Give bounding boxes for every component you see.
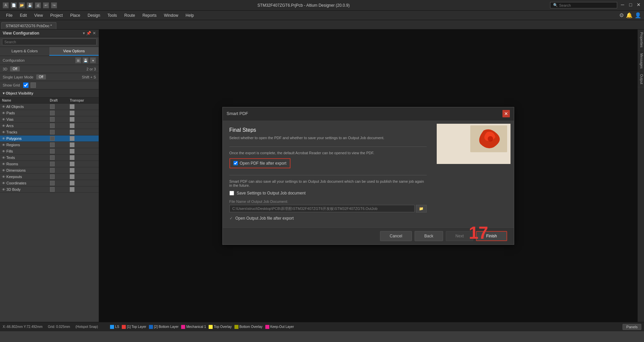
menu-design[interactable]: Design: [84, 12, 103, 19]
table-row[interactable]: 👁 Dimensions: [0, 167, 99, 174]
menu-edit[interactable]: Edit: [16, 12, 30, 19]
table-row[interactable]: 👁 Keepouts: [0, 174, 99, 180]
menu-place[interactable]: Place: [67, 12, 84, 19]
transparency-control[interactable]: [70, 187, 74, 192]
draft-checkbox[interactable]: [50, 155, 55, 160]
panel-pin-btn[interactable]: ▾: [83, 31, 85, 36]
table-row[interactable]: 👁 Regions: [0, 142, 99, 148]
layer-badge[interactable]: Bottom Overlay: [234, 325, 263, 329]
draft-checkbox[interactable]: [50, 142, 55, 147]
draft-checkbox[interactable]: [50, 168, 55, 173]
transparency-control[interactable]: [70, 130, 74, 134]
table-row[interactable]: 👁 Tracks: [0, 129, 99, 135]
properties-panel-label[interactable]: Properties: [638, 30, 644, 51]
settings-icon[interactable]: ⚙: [619, 12, 624, 18]
finish-btn[interactable]: Finish: [476, 231, 507, 241]
open-pdf-checkbox[interactable]: [233, 161, 238, 165]
draft-checkbox[interactable]: [50, 111, 55, 115]
output-panel-label[interactable]: Output: [638, 71, 644, 87]
notifications-icon[interactable]: 🔔: [626, 12, 633, 18]
layer-badge[interactable]: LS: [110, 325, 119, 329]
modal-close-btn[interactable]: ✕: [502, 110, 510, 117]
save-btn[interactable]: 💾: [27, 2, 33, 8]
maximize-btn[interactable]: □: [628, 2, 633, 7]
tab-layers-colors[interactable]: Layers & Colors: [0, 47, 49, 56]
doc-tab[interactable]: STM32F407ZGT6 PcbDoc *: [1, 22, 56, 29]
table-row[interactable]: 👁 All Objects: [0, 104, 99, 110]
panel-search-input[interactable]: [2, 39, 97, 45]
close-btn[interactable]: ✕: [636, 2, 641, 7]
menu-project[interactable]: Project: [47, 12, 66, 19]
draft-checkbox[interactable]: [50, 181, 55, 185]
layer-badge[interactable]: Mechanical 1: [181, 325, 206, 329]
transparency-control[interactable]: [70, 149, 74, 154]
menu-view[interactable]: View: [31, 12, 46, 19]
layer-badge[interactable]: Top Overlay: [209, 325, 231, 329]
global-search-input[interactable]: [559, 3, 609, 7]
print-btn[interactable]: 🖨: [35, 2, 41, 8]
tab-view-options[interactable]: View Options: [49, 47, 99, 56]
save-settings-checkbox[interactable]: [229, 191, 234, 195]
undo-btn[interactable]: ↩: [43, 2, 49, 8]
menu-help[interactable]: Help: [182, 12, 197, 19]
single-layer-toggle[interactable]: Off: [36, 74, 46, 79]
transparency-control[interactable]: [70, 174, 74, 179]
draft-checkbox[interactable]: [50, 123, 55, 128]
config-icon-2[interactable]: 💾: [83, 57, 89, 63]
draft-checkbox[interactable]: [50, 117, 55, 122]
draft-checkbox[interactable]: [50, 130, 55, 134]
draft-checkbox[interactable]: [50, 104, 55, 109]
transparency-control[interactable]: [70, 155, 74, 160]
show-grid-checkbox[interactable]: [23, 82, 29, 88]
transparency-control[interactable]: [70, 123, 74, 128]
table-row[interactable]: 👁 3D Body: [0, 186, 99, 193]
browse-btn[interactable]: 📁: [416, 205, 427, 213]
messages-panel-label[interactable]: Messages: [638, 51, 644, 72]
transparency-control[interactable]: [70, 104, 74, 109]
transparency-control[interactable]: [70, 168, 74, 173]
table-row[interactable]: 👁 Pads: [0, 110, 99, 116]
redo-btn[interactable]: ↪: [51, 2, 57, 8]
transparency-control[interactable]: [70, 117, 74, 122]
table-row[interactable]: 👁 Rooms: [0, 161, 99, 167]
table-row[interactable]: 👁 Fills: [0, 148, 99, 155]
table-row[interactable]: 👁 Polygons: [0, 135, 99, 142]
menu-reports[interactable]: Reports: [139, 12, 160, 19]
layer-badge[interactable]: Keep-Out Layer: [265, 325, 294, 329]
minimize-btn[interactable]: ─: [620, 2, 625, 7]
menu-tools[interactable]: Tools: [104, 12, 120, 19]
transparency-control[interactable]: [70, 162, 74, 166]
3d-toggle-btn[interactable]: Off: [10, 66, 20, 71]
panel-float-btn[interactable]: 📌: [86, 31, 91, 36]
transparency-control[interactable]: [70, 111, 74, 115]
draft-checkbox[interactable]: [50, 187, 55, 192]
object-visibility-header[interactable]: ▾ Object Visibility: [0, 90, 99, 98]
table-row[interactable]: 👁 Coordinates: [0, 180, 99, 186]
cancel-btn[interactable]: Cancel: [380, 231, 412, 241]
table-row[interactable]: 👁 Texts: [0, 155, 99, 161]
menu-window[interactable]: Window: [161, 12, 182, 19]
draft-checkbox[interactable]: [50, 174, 55, 179]
new-btn[interactable]: 📄: [11, 2, 17, 8]
panels-btn[interactable]: Panels: [623, 324, 641, 330]
draft-checkbox[interactable]: [50, 136, 55, 141]
transparency-control[interactable]: [70, 181, 74, 185]
layer-badge[interactable]: [2] Bottom Layer: [149, 325, 178, 329]
menu-route[interactable]: Route: [121, 12, 139, 19]
table-row[interactable]: 👁 Arcs: [0, 123, 99, 129]
next-btn[interactable]: Next: [446, 231, 474, 241]
draft-checkbox[interactable]: [50, 162, 55, 166]
user-icon[interactable]: 👤: [635, 12, 641, 18]
panel-close-btn[interactable]: ✕: [93, 31, 96, 36]
config-icon-1[interactable]: ⊞: [75, 57, 81, 63]
file-path-input[interactable]: [229, 205, 415, 212]
menu-file[interactable]: File: [3, 12, 16, 19]
back-btn[interactable]: Back: [415, 231, 443, 241]
transparency-control[interactable]: [70, 136, 74, 141]
config-icon-3[interactable]: ▾: [90, 57, 96, 63]
open-btn[interactable]: 📂: [19, 2, 25, 8]
transparency-control[interactable]: [70, 142, 74, 147]
draft-checkbox[interactable]: [50, 149, 55, 154]
table-row[interactable]: 👁 Vias: [0, 116, 99, 123]
layer-badge[interactable]: [1] Top Layer: [122, 325, 146, 329]
